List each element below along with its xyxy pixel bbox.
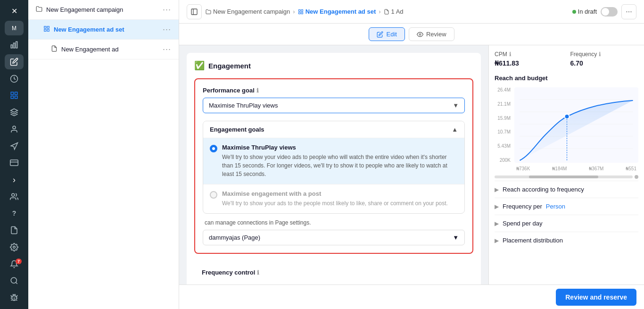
person-icon-btn[interactable]: [5, 122, 24, 137]
ad-more-icon[interactable]: ···: [163, 44, 171, 54]
card-icon-btn[interactable]: [5, 155, 24, 170]
svg-rect-1: [14, 43, 15, 49]
spend-per-day-row[interactable]: ▶ Spend per day: [495, 215, 638, 232]
placement-arrow-icon: ▶: [495, 237, 499, 244]
breadcrumb-ad[interactable]: 1 Ad: [384, 8, 404, 15]
goals-header[interactable]: Engagement goals ▲: [203, 121, 464, 138]
form-area: ✅ Engagement Performance goal ℹ Maximise…: [179, 45, 488, 284]
layers-icon-btn[interactable]: [5, 105, 24, 120]
engagement-section: ✅ Engagement Performance goal ℹ Maximise…: [187, 53, 481, 284]
svg-rect-20: [191, 9, 197, 15]
x-label-4: ₦551: [626, 166, 636, 171]
frequency-label: Frequency control ℹ: [202, 269, 466, 276]
ad-label: New Engagement ad: [61, 46, 159, 53]
breadcrumb-sep-2: ›: [379, 8, 380, 15]
goal-2-desc: We'll try to show your ads to the people…: [222, 199, 448, 208]
breadcrumb-campaign[interactable]: New Engagement campaign: [206, 8, 290, 15]
campaign-more-icon[interactable]: ···: [163, 5, 171, 15]
people-icon-btn[interactable]: [5, 189, 24, 204]
edit-icon-btn[interactable]: [5, 54, 24, 69]
y-label-5: 21.1M: [495, 101, 511, 107]
goal-2-text: Maximise engagement with a post We'll tr…: [222, 190, 448, 208]
clock-icon-btn[interactable]: [5, 71, 24, 86]
reach-budget-chart: [514, 87, 638, 163]
question-icon-btn[interactable]: ?: [5, 206, 24, 221]
placement-dist-row[interactable]: ▶ Placement distribution: [495, 232, 638, 249]
spend-label: Spend per day: [503, 220, 543, 227]
chart-icon-btn[interactable]: [5, 37, 24, 52]
adset-more-icon[interactable]: ···: [163, 25, 171, 34]
frequency-metric-label: Frequency ℹ: [570, 51, 639, 58]
doc-icon-btn[interactable]: [5, 223, 24, 238]
radio-2[interactable]: [210, 191, 217, 199]
cpm-info-icon[interactable]: ℹ: [509, 51, 512, 58]
svg-point-14: [11, 278, 17, 284]
connections-arrow-icon: ▼: [453, 234, 459, 241]
performance-goal-value: Maximise ThruPlay views: [209, 102, 278, 109]
svg-rect-16: [44, 26, 46, 28]
reach-frequency-row[interactable]: ▶ Reach according to frequency: [495, 181, 638, 198]
x-label-3: ₦367M: [589, 166, 603, 171]
performance-goal-dropdown[interactable]: Maximise ThruPlay views ▼: [203, 98, 465, 113]
spend-arrow-icon: ▶: [495, 220, 499, 227]
main-content: New Engagement campaign › New Engagement…: [179, 0, 644, 309]
status-text: In draft: [578, 8, 597, 15]
edit-review-bar: Edit Review: [179, 24, 644, 45]
breadcrumb-adset-label: New Engagement ad set: [305, 8, 376, 15]
goal-option-1[interactable]: Maximise ThruPlay views We'll try to sho…: [203, 138, 464, 184]
campaign-label: New Engagement campaign: [46, 6, 159, 13]
svg-point-9: [13, 126, 16, 129]
breadcrumb-ad-label: 1 Ad: [391, 8, 404, 15]
connections-dropdown[interactable]: dammyajas (Page) ▼: [203, 230, 465, 245]
profile-avatar: M: [5, 21, 24, 36]
chart-scrollbar[interactable]: [495, 175, 638, 179]
more-options-button[interactable]: ···: [621, 4, 636, 19]
grid-icon-btn[interactable]: [5, 88, 24, 103]
svg-point-13: [13, 246, 16, 249]
notification-badge: 7: [16, 259, 22, 264]
svg-rect-6: [11, 96, 13, 99]
engagement-title: ✅ Engagement: [194, 60, 473, 71]
edit-button[interactable]: Edit: [369, 27, 405, 41]
search-icon-btn[interactable]: [5, 274, 24, 289]
perf-goal-info-icon[interactable]: ℹ: [256, 87, 259, 94]
bug-icon-btn[interactable]: [5, 290, 24, 305]
nav-panel: New Engagement campaign ··· New Engageme…: [28, 0, 179, 309]
publish-toggle[interactable]: [601, 7, 618, 17]
goal-option-2[interactable]: Maximise engagement with a post We'll tr…: [203, 184, 464, 213]
freq-info-icon[interactable]: ℹ: [599, 51, 601, 58]
svg-rect-2: [16, 42, 17, 49]
nav-item-campaign[interactable]: New Engagement campaign ···: [28, 0, 179, 20]
frequency-target-option[interactable]: Target The average number of times that …: [202, 280, 466, 284]
top-bar: New Engagement campaign › New Engagement…: [179, 0, 644, 24]
cpm-label: CPM ℹ: [495, 51, 563, 58]
red-box: Performance goal ℹ Maximise ThruPlay vie…: [194, 78, 473, 254]
review-reserve-button[interactable]: Review and reserve: [556, 289, 636, 306]
review-button[interactable]: Review: [409, 27, 454, 41]
frequency-info-icon[interactable]: ℹ: [257, 269, 259, 276]
cpm-value: ₦611.83: [495, 59, 563, 67]
metrics-row: CPM ℹ ₦611.83 Frequency ℹ 6.70: [495, 51, 638, 67]
svg-marker-8: [11, 109, 18, 113]
frequency-person-row[interactable]: ▶ Frequency per Person: [495, 198, 638, 215]
chevron-right-btn[interactable]: ›: [5, 172, 24, 187]
toggle-knob: [602, 8, 609, 16]
frequency-metric: Frequency ℹ 6.70: [570, 51, 639, 67]
radio-1[interactable]: [210, 145, 217, 152]
goals-chevron-icon: ▲: [452, 126, 458, 133]
campaign-icon: [36, 6, 42, 14]
breadcrumb-adset[interactable]: New Engagement ad set: [298, 8, 376, 15]
reach-freq-label: Reach according to frequency: [503, 186, 584, 193]
gear-icon-btn[interactable]: [5, 240, 24, 255]
svg-rect-23: [301, 9, 303, 11]
close-button[interactable]: ✕: [5, 4, 24, 19]
nav-item-ad[interactable]: New Engagement ad ···: [28, 40, 179, 59]
y-label-1: 200K: [495, 158, 511, 163]
svg-rect-25: [301, 12, 303, 14]
frequency-section: Frequency control ℹ: [194, 261, 473, 284]
bell-icon-btn[interactable]: 7: [5, 257, 24, 272]
megaphone-icon-btn[interactable]: [5, 139, 24, 154]
y-label-6: 26.4M: [495, 87, 511, 92]
sidebar-toggle-button[interactable]: [187, 4, 202, 19]
nav-item-adset[interactable]: New Engagement ad set ···: [28, 20, 179, 40]
